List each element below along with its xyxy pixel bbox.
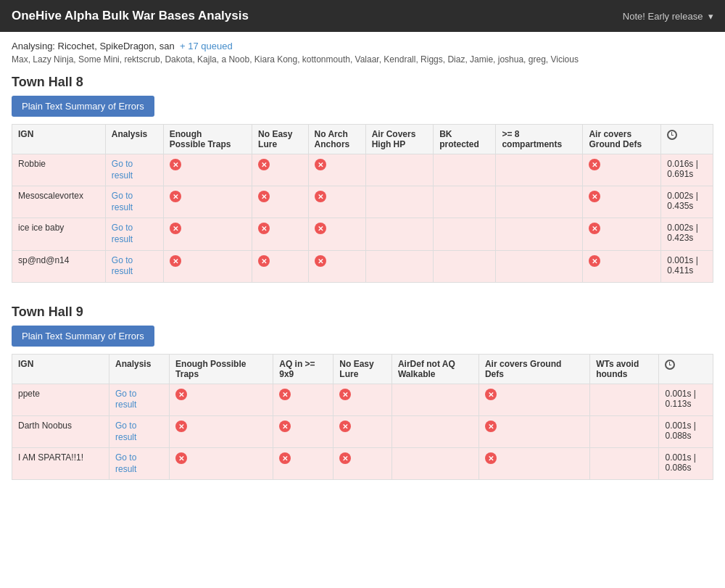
go-to-result-link[interactable]: Go toresult: [112, 191, 133, 213]
time-cell: 0.001s |0.086s: [659, 448, 713, 480]
top-bar: OneHive Alpha Bulk War Bases Analysis No…: [0, 0, 725, 32]
th9-col-traps: Enough PossibleTraps: [170, 354, 273, 384]
th9-col-lure: No EasyLure: [334, 354, 392, 384]
go-to-result-link[interactable]: Go toresult: [112, 255, 133, 278]
th9-col-wts: WTs avoidhounds: [590, 354, 659, 384]
th9-col-analysis: Analysis: [109, 354, 170, 384]
table-row: RobbieGo toresult0.016s |0.691s: [12, 154, 713, 186]
time-cell: 0.001s |0.411s: [661, 250, 713, 282]
error-icon: [589, 223, 600, 234]
table-row: ice ice babyGo toresult0.002s |0.423s: [12, 218, 713, 250]
main-content: Analysing: Ricochet, SpikeDragon, san + …: [0, 32, 725, 510]
table-row: I AM SPARTA!!1!Go toresult0.001s |0.086s: [12, 448, 713, 480]
th8-section: Town Hall 8 Plain Text Summary of Errors…: [12, 75, 713, 283]
th9-col-ign: IGN: [12, 354, 109, 384]
error-icon: [258, 255, 270, 267]
th8-col-anchors: No ArchAnchors: [308, 125, 365, 154]
error-icon: [258, 191, 270, 202]
error-icon: [170, 191, 181, 202]
go-to-result-link[interactable]: Go toresult: [112, 159, 133, 181]
th8-col-time: [661, 125, 713, 154]
error-icon: [589, 255, 600, 267]
table-row: MesoscalevortexGo toresult0.002s |0.435s: [12, 186, 713, 218]
time-cell: 0.002s |0.423s: [661, 218, 713, 250]
error-icon: [315, 223, 326, 234]
th8-col-air-high: Air CoversHigh HP: [365, 125, 434, 154]
th8-col-air-ground: Air coversGround Defs: [583, 125, 661, 154]
th9-table: IGN Analysis Enough PossibleTraps AQ in …: [12, 354, 713, 481]
ign-cell: I AM SPARTA!!1!: [12, 448, 109, 480]
error-icon: [339, 389, 351, 400]
th9-header-row: IGN Analysis Enough PossibleTraps AQ in …: [12, 354, 713, 384]
go-to-result-link[interactable]: Go toresult: [115, 452, 136, 475]
th9-plain-text-btn[interactable]: Plain Text Summary of Errors: [12, 326, 154, 347]
error-icon: [485, 452, 497, 464]
early-release-note: Note! Early release ▾: [620, 11, 713, 22]
th8-table: IGN Analysis EnoughPossible Traps No Eas…: [12, 124, 713, 283]
app-title: OneHive Alpha Bulk War Bases Analysis: [12, 9, 249, 23]
th8-col-bk: BKprotected: [434, 125, 496, 154]
th9-section: Town Hall 9 Plain Text Summary of Errors…: [12, 305, 713, 481]
clock-icon-th9: [665, 360, 675, 370]
table-row: sp@nd@n14Go toresult0.001s |0.411s: [12, 250, 713, 282]
error-icon: [485, 421, 497, 432]
time-cell: 0.001s |0.088s: [659, 415, 713, 447]
players-line: Max, Lazy Ninja, Some Mini, rektscrub, D…: [12, 54, 713, 65]
error-icon: [315, 255, 326, 267]
error-icon: [170, 223, 181, 234]
table-row: Darth NoobusGo toresult0.001s |0.088s: [12, 415, 713, 447]
th8-header-row: IGN Analysis EnoughPossible Traps No Eas…: [12, 125, 713, 154]
error-icon: [175, 452, 187, 464]
error-icon: [175, 389, 187, 400]
th8-title: Town Hall 8: [12, 75, 713, 90]
th9-col-aq: AQ in >=9x9: [273, 354, 334, 384]
time-cell: 0.002s |0.435s: [661, 186, 713, 218]
th8-col-lure: No EasyLure: [252, 125, 308, 154]
ign-cell: Robbie: [12, 154, 106, 186]
error-icon: [339, 421, 351, 432]
clock-icon: [667, 130, 677, 140]
th8-col-ign: IGN: [12, 125, 106, 154]
ign-cell: ppete: [12, 384, 109, 415]
analysing-line: Analysing: Ricochet, SpikeDragon, san + …: [12, 41, 713, 51]
th8-col-traps: EnoughPossible Traps: [163, 125, 252, 154]
th9-col-airdef: AirDef not AQWalkable: [392, 354, 478, 384]
go-to-result-link[interactable]: Go toresult: [115, 421, 136, 443]
error-icon: [279, 421, 291, 432]
th9-col-air-ground: Air covers GroundDefs: [478, 354, 589, 384]
time-cell: 0.016s |0.691s: [661, 154, 713, 186]
ign-cell: ice ice baby: [12, 218, 106, 250]
error-icon: [279, 452, 291, 464]
analysing-label: Analysing: Ricochet, SpikeDragon, san: [12, 41, 175, 51]
error-icon: [589, 159, 600, 170]
error-icon: [258, 223, 270, 234]
error-icon: [339, 452, 351, 464]
time-cell: 0.001s |0.113s: [659, 384, 713, 415]
error-icon: [258, 159, 270, 170]
th8-plain-text-btn[interactable]: Plain Text Summary of Errors: [12, 96, 154, 117]
table-row: ppeteGo toresult0.001s |0.113s: [12, 384, 713, 415]
go-to-result-link[interactable]: Go toresult: [115, 389, 136, 411]
error-icon: [315, 191, 326, 202]
th9-title: Town Hall 9: [12, 305, 713, 320]
error-icon: [485, 389, 497, 400]
error-icon: [170, 159, 181, 170]
th8-col-analysis: Analysis: [105, 125, 163, 154]
th8-col-compartments: >= 8compartments: [496, 125, 583, 154]
ign-cell: sp@nd@n14: [12, 250, 106, 282]
error-icon: [279, 389, 291, 400]
ign-cell: Mesoscalevortex: [12, 186, 106, 218]
note-dropdown-arrow[interactable]: ▾: [708, 11, 713, 22]
error-icon: [175, 421, 187, 432]
ign-cell: Darth Noobus: [12, 415, 109, 447]
error-icon: [589, 191, 600, 202]
error-icon: [170, 255, 181, 267]
queued-link[interactable]: + 17 queued: [180, 41, 233, 51]
th9-col-time: [659, 354, 713, 384]
error-icon: [315, 159, 326, 170]
go-to-result-link[interactable]: Go toresult: [112, 223, 133, 245]
